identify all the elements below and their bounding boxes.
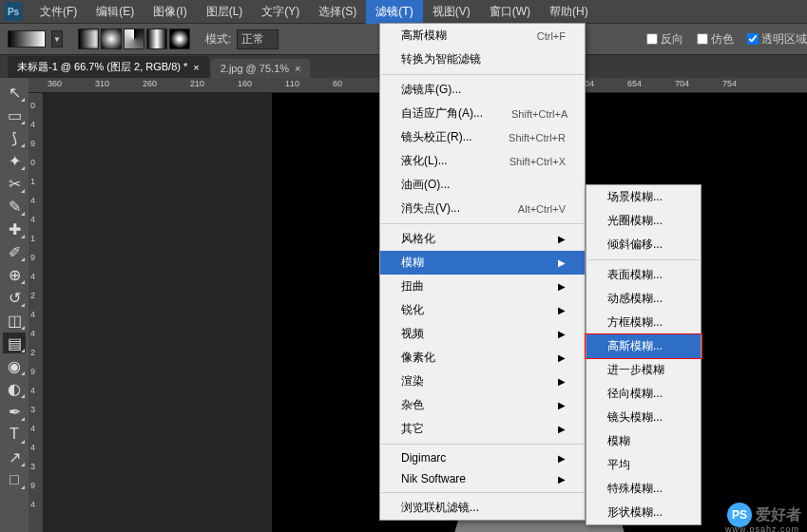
- blur-tool[interactable]: ◉: [3, 355, 26, 376]
- menu-item-[interactable]: 模糊▶: [380, 251, 585, 275]
- ruler-tick: 3: [30, 462, 35, 471]
- close-icon[interactable]: ×: [193, 62, 199, 73]
- submenu-arrow-icon: ▶: [558, 424, 566, 434]
- menu-label: 倾斜偏移...: [607, 237, 663, 253]
- pen-tool[interactable]: ✒: [3, 401, 26, 422]
- type-tool[interactable]: T: [3, 424, 26, 445]
- submenu-item-[interactable]: 平均: [586, 453, 701, 477]
- document-tab-1[interactable]: 2.jpg @ 75.1%×: [211, 59, 311, 78]
- submenu-item-[interactable]: 高斯模糊...: [586, 334, 701, 358]
- submenu-item-[interactable]: 形状模糊...: [586, 501, 701, 524]
- crop-tool[interactable]: ✂: [3, 173, 26, 194]
- menu-item-[interactable]: 转换为智能滤镜: [380, 48, 585, 71]
- menu-item-[interactable]: 扭曲▶: [380, 275, 585, 298]
- gradient-preview[interactable]: [8, 30, 46, 48]
- menu-separator: [381, 444, 584, 445]
- ruler-tick: 60: [333, 79, 342, 88]
- menu-5[interactable]: 选择(S): [309, 0, 366, 24]
- menu-2[interactable]: 图像(I): [144, 0, 196, 24]
- menu-label: 滤镜库(G)...: [401, 82, 461, 98]
- reflected-gradient-button[interactable]: [146, 28, 167, 49]
- submenu-item-[interactable]: 模糊: [586, 429, 701, 453]
- menu-item-[interactable]: 像素化▶: [380, 346, 585, 370]
- menu-separator: [381, 223, 584, 224]
- menu-item-G[interactable]: 滤镜库(G)...: [380, 78, 585, 102]
- dodge-tool[interactable]: ◐: [3, 378, 26, 399]
- path-tool-icon: ↗: [9, 448, 21, 466]
- ruler-tick: 4: [30, 310, 35, 319]
- submenu-item-[interactable]: 动感模糊...: [586, 287, 701, 311]
- submenu-item-[interactable]: 表面模糊...: [586, 263, 701, 287]
- menu-0[interactable]: 文件(F): [30, 0, 86, 24]
- healing-tool[interactable]: ✚: [3, 218, 26, 239]
- menu-item-NikSoftware[interactable]: Nik Software▶: [380, 468, 585, 489]
- move-tool[interactable]: ↖: [3, 82, 26, 103]
- stamp-tool[interactable]: ⊕: [3, 264, 26, 285]
- ruler-tick: 160: [238, 79, 252, 88]
- eraser-tool[interactable]: ◫: [3, 310, 26, 331]
- dodge-tool-icon: ◐: [8, 380, 21, 398]
- submenu-item-[interactable]: 进一步模糊: [586, 358, 701, 382]
- marquee-tool[interactable]: ▭: [3, 104, 26, 125]
- menu-item-O[interactable]: 油画(O)...: [380, 173, 585, 197]
- menu-label: 模糊: [401, 255, 424, 271]
- menu-item-Digimarc[interactable]: Digimarc▶: [380, 447, 585, 468]
- menu-7[interactable]: 视图(V): [423, 0, 480, 24]
- reverse-checkbox[interactable]: 反向: [646, 31, 683, 48]
- radial-gradient-button[interactable]: [101, 28, 122, 49]
- menu-item-A[interactable]: 自适应广角(A)...Shift+Ctrl+A: [380, 102, 585, 125]
- menu-item-[interactable]: 杂色▶: [380, 393, 585, 417]
- submenu-item-[interactable]: 场景模糊...: [586, 185, 701, 209]
- menu-item-R[interactable]: 镜头校正(R)...Shift+Ctrl+R: [380, 125, 585, 149]
- watermark-url: www.psahz.com: [725, 524, 799, 532]
- ruler-tick: 0: [30, 101, 35, 110]
- submenu-item-[interactable]: 镜头模糊...: [586, 406, 701, 429]
- history-brush-tool[interactable]: ↺: [3, 287, 26, 308]
- path-tool[interactable]: ↗: [3, 446, 26, 467]
- menu-6[interactable]: 滤镜(T): [366, 0, 422, 24]
- dither-checkbox[interactable]: 仿色: [697, 31, 734, 48]
- linear-gradient-button[interactable]: [78, 28, 99, 49]
- lasso-tool[interactable]: ⟆: [3, 127, 26, 148]
- mode-label: 模式:: [205, 31, 231, 48]
- submenu-arrow-icon: ▶: [558, 257, 566, 268]
- magic-wand-tool[interactable]: ✦: [3, 150, 26, 171]
- menu-item-[interactable]: 锐化▶: [380, 298, 585, 322]
- submenu-item-[interactable]: 特殊模糊...: [586, 477, 701, 501]
- menu-label: 平均: [607, 457, 630, 473]
- menu-item-L[interactable]: 液化(L)...Shift+Ctrl+X: [380, 149, 585, 173]
- eyedropper-tool[interactable]: ✎: [3, 196, 26, 217]
- ruler-tick: 9: [30, 481, 35, 490]
- menu-9[interactable]: 帮助(H): [540, 0, 598, 24]
- menu-label: 消失点(V)...: [401, 200, 460, 217]
- angle-gradient-button[interactable]: [124, 28, 144, 49]
- diamond-gradient-button[interactable]: [169, 28, 190, 49]
- marquee-tool-icon: ▭: [8, 106, 22, 124]
- shape-tool[interactable]: □: [3, 469, 26, 490]
- ruler-tick: 4: [30, 215, 35, 224]
- menu-item-[interactable]: 视频▶: [380, 322, 585, 346]
- submenu-item-[interactable]: 倾斜偏移...: [586, 233, 701, 256]
- menu-item-[interactable]: 其它▶: [380, 417, 585, 441]
- menu-3[interactable]: 图层(L): [197, 0, 253, 24]
- transparency-checkbox[interactable]: 透明区域: [747, 31, 807, 48]
- menu-item-[interactable]: 风格化▶: [380, 227, 585, 251]
- gradient-picker-dropdown[interactable]: ▼: [51, 30, 63, 48]
- menu-item-V[interactable]: 消失点(V)...Alt+Ctrl+V: [380, 197, 585, 220]
- menu-1[interactable]: 编辑(E): [86, 0, 144, 24]
- menu-item-[interactable]: 渲染▶: [380, 370, 585, 393]
- blend-mode-select[interactable]: 正常: [237, 29, 279, 49]
- submenu-arrow-icon: ▶: [558, 400, 566, 410]
- submenu-item-[interactable]: 径向模糊...: [586, 382, 701, 406]
- menu-item-[interactable]: 高斯模糊Ctrl+F: [380, 24, 585, 48]
- document-tab-0[interactable]: 未标题-1 @ 66.7% (图层 2, RGB/8) *×: [8, 56, 209, 78]
- gradient-tool[interactable]: ▤: [3, 332, 26, 353]
- menu-item-[interactable]: 浏览联机滤镜...: [380, 496, 585, 520]
- toolbox: ↖▭⟆✦✂✎✚✐⊕↺◫▤◉◐✒T↗□: [0, 78, 29, 532]
- submenu-item-[interactable]: 光圈模糊...: [586, 209, 701, 233]
- menu-4[interactable]: 文字(Y): [252, 0, 309, 24]
- menu-8[interactable]: 窗口(W): [480, 0, 540, 24]
- submenu-item-[interactable]: 方框模糊...: [586, 311, 701, 334]
- close-icon[interactable]: ×: [295, 63, 300, 74]
- brush-tool[interactable]: ✐: [3, 241, 26, 262]
